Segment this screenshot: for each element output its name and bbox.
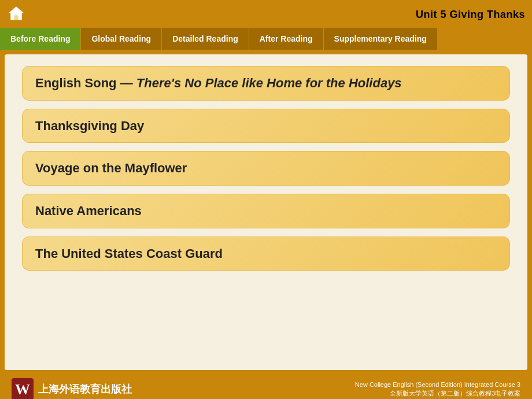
card-english-song-title: English Song — There's No Place like Hom… bbox=[35, 75, 497, 92]
tab-before-reading[interactable]: Before Reading bbox=[0, 28, 81, 50]
header-icon bbox=[7, 4, 25, 25]
tab-detailed-reading[interactable]: Detailed Reading bbox=[162, 28, 249, 50]
card-voyage-mayflower-title: Voyage on the Mayflower bbox=[35, 160, 497, 177]
card-native-americans[interactable]: Native Americans bbox=[22, 194, 510, 228]
card-thanksgiving-day[interactable]: Thanksgiving Day bbox=[22, 109, 510, 143]
card-thanksgiving-day-title: Thanksgiving Day bbox=[35, 117, 497, 135]
page-title: Unit 5 Giving Thanks bbox=[416, 9, 525, 21]
footer-logo-text: 上海外语教育出版社 bbox=[38, 382, 132, 396]
main-content: English Song — There's No Place like Hom… bbox=[5, 54, 527, 370]
svg-rect-1 bbox=[14, 16, 18, 20]
card-coast-guard[interactable]: The United States Coast Guard bbox=[22, 237, 510, 271]
card-coast-guard-title: The United States Coast Guard bbox=[35, 245, 497, 263]
card-native-americans-title: Native Americans bbox=[35, 202, 497, 220]
card-english-song[interactable]: English Song — There's No Place like Hom… bbox=[22, 66, 510, 101]
tab-bar: Before Reading Global Reading Detailed R… bbox=[0, 28, 532, 50]
svg-text:W: W bbox=[15, 381, 30, 398]
footer-logo: W 上海外语教育出版社 bbox=[12, 378, 132, 399]
footer: W 上海外语教育出版社 New College English (Second … bbox=[0, 375, 532, 399]
tab-after-reading[interactable]: After Reading bbox=[249, 28, 324, 50]
footer-right-text: New College English (Second Edition) Int… bbox=[355, 380, 520, 398]
card-voyage-mayflower[interactable]: Voyage on the Mayflower bbox=[22, 151, 510, 186]
tab-supplementary-reading[interactable]: Supplementary Reading bbox=[324, 28, 438, 50]
tab-global-reading[interactable]: Global Reading bbox=[81, 28, 162, 50]
header: Unit 5 Giving Thanks bbox=[0, 0, 532, 28]
